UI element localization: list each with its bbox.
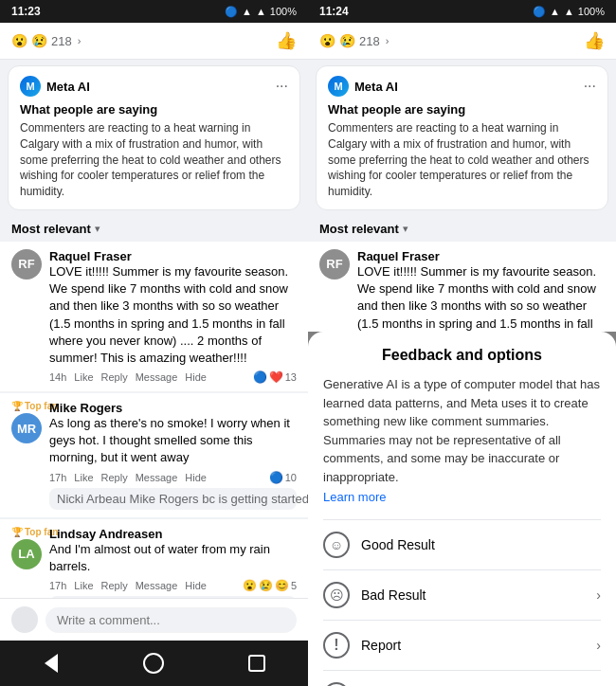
commenter-name-raquel: Raquel Fraser [49,249,297,263]
signal-icon: ▲ [242,6,252,17]
right-commenter-raquel: Raquel Fraser [357,249,605,263]
right-meta-ai-menu[interactable]: ··· [584,78,596,95]
left-nav-bar [0,641,308,686]
right-relevance-row[interactable]: Most relevant ▾ [308,216,616,242]
comment-text-mike: As long as there's no smoke! I worry whe… [49,415,297,467]
avatar-mike: MR [11,413,42,443]
left-time: 11:23 [11,5,41,18]
bad-result-icon: ☹ [323,582,350,608]
like-btn-raquel[interactable]: 14h [49,371,66,383]
battery-icon: 100% [270,6,297,17]
feedback-option-good[interactable]: ☺ Good Result [323,519,601,569]
reaction-num-raquel: 13 [285,371,297,383]
like-action-raquel[interactable]: Like [74,371,93,383]
reaction-num-mike: 10 [285,472,297,483]
right-relevance-arrow: ▾ [403,223,408,235]
right-meta-ai-header: M Meta AI ··· [328,76,596,97]
left-relevance-row[interactable]: Most relevant ▾ [0,216,308,242]
bluetooth-icon: 🔵 [225,6,238,18]
avatar-raquel: RF [11,249,42,280]
emoji-sad: 😢 [31,33,47,48]
reply-btn-raquel[interactable]: Reply [101,371,128,383]
top-fan-icon-mike: 🏆 [11,401,23,411]
feedback-desc: Generative AI is a type of computer mode… [323,375,601,486]
left-panel: 11:23 🔵 ▲ ▲ 100% 😮 😢 218 › 👍 M Meta AI [0,0,308,686]
left-content: 😮 😢 218 › 👍 M Meta AI ··· What people ar… [0,23,308,598]
recents-icon [248,655,265,672]
meta-ai-avatar: M [20,76,41,97]
wifi-icon: ▲ [256,6,266,17]
good-result-label: Good Result [361,537,435,552]
top-fan-badge-lindsay: 🏆 Top fan [11,527,42,537]
left-user-avatar [11,606,38,633]
right-meta-ai-box: M Meta AI ··· What people are saying Com… [316,65,608,210]
feedback-option-bad[interactable]: ☹ Bad Result › [323,569,601,620]
feedback-option-remove[interactable]: ✕ Remove comment summary › [323,670,601,686]
reply-btn-mike[interactable]: Reply [101,472,128,483]
report-icon: ! [323,632,350,659]
feedback-option-report-left: ! Report [323,632,401,659]
right-thumbs-up[interactable]: 👍 [584,30,605,51]
left-meta-ai-box: M Meta AI ··· What people are saying Com… [8,65,300,210]
hide-btn-raquel[interactable]: Hide [185,371,207,383]
right-reactions-left: 😮 😢 218 › [319,33,389,48]
reaction-blue-mike: 🔵 [269,471,283,484]
home-button[interactable] [142,652,165,675]
reactions-chevron[interactable]: › [78,35,82,46]
right-battery-icon: 100% [578,6,605,17]
like-action-mike[interactable]: Like [74,472,93,483]
meta-ai-name: Meta AI [46,80,90,94]
back-icon [45,654,58,673]
comment-actions-lindsay: 17h Like Reply Message Hide 😮 😢 😊 5 [49,579,297,592]
feedback-option-report[interactable]: ! Report › [323,620,601,670]
right-meta-ai-text: Commenters are reacting to a heat warnin… [328,120,596,200]
right-reactions-chevron[interactable]: › [386,35,390,46]
reaction-heart-raquel: ❤️ [269,370,283,384]
message-btn-lindsay[interactable]: Message [136,580,178,591]
top-fan-icon-lindsay: 🏆 [11,527,23,537]
meta-ai-menu[interactable]: ··· [276,78,288,95]
feedback-option-good-left: ☺ Good Result [323,532,435,558]
meta-ai-title: What people are saying [20,102,288,117]
mike-reply-text: Nicki Arbeau Mike Rogers bc is getting s… [57,492,308,506]
right-meta-ai-avatar: M [328,76,349,97]
message-btn-raquel[interactable]: Message [136,371,178,383]
reaction-wow: 😮 [243,579,257,592]
reaction-happy: 😊 [275,579,289,592]
left-comment-input[interactable] [45,607,297,633]
emoji-wow: 😮 [11,33,27,48]
avatar-wrapper-mike: 🏆 Top fan MR [11,401,42,443]
message-btn-mike[interactable]: Message [136,472,178,483]
feedback-modal: Feedback and options Generative AI is a … [308,332,616,686]
learn-more-link[interactable]: Learn more [323,490,601,504]
recents-button[interactable] [245,652,268,675]
feedback-option-bad-left: ☹ Bad Result [323,582,426,608]
time-mike: 17h [49,472,66,483]
hide-btn-lindsay[interactable]: Hide [185,580,207,591]
right-status-icons: 🔵 ▲ ▲ 100% [533,6,605,18]
good-result-icon: ☺ [323,532,350,558]
comment-body-raquel: Raquel Fraser LOVE it!!!!! Summer is my … [49,249,297,384]
remove-icon: ✕ [323,682,350,686]
comment-reactions-raquel: 🔵 ❤️ 13 [253,370,297,384]
right-time: 11:24 [319,5,349,18]
back-button[interactable] [40,652,63,675]
right-meta-ai-name-row: M Meta AI [328,76,398,97]
thumbs-up-icon[interactable]: 👍 [276,30,297,51]
right-panel-wrapper: 11:24 🔵 ▲ ▲ 100% 😮 😢 218 › 👍 [308,0,616,686]
comment-lindsay: 🏆 Top fan LA Lindsay Andreasen And I'm a… [0,519,308,598]
commenter-name-lindsay: Lindsay Andreasen [49,527,297,541]
hide-btn-mike[interactable]: Hide [185,472,207,483]
mike-reply-preview[interactable]: Nicki Arbeau Mike Rogers bc is getting s… [49,488,297,510]
right-reactions-bar: 😮 😢 218 › 👍 [308,23,616,60]
left-status-bar: 11:23 🔵 ▲ ▲ 100% [0,0,308,23]
meta-ai-text: Commenters are reacting to a heat warnin… [20,120,288,200]
right-signal-icon: ▲ [550,6,560,17]
like-action-lindsay[interactable]: Like [74,580,93,591]
comment-text-lindsay: And I'm almost out of water from my rain… [49,541,297,575]
relevance-arrow: ▾ [95,223,100,235]
time-lindsay: 17h [49,580,66,591]
right-relevance-label: Most relevant [319,222,399,236]
reply-btn-lindsay[interactable]: Reply [101,580,128,591]
report-chevron: › [596,638,601,653]
